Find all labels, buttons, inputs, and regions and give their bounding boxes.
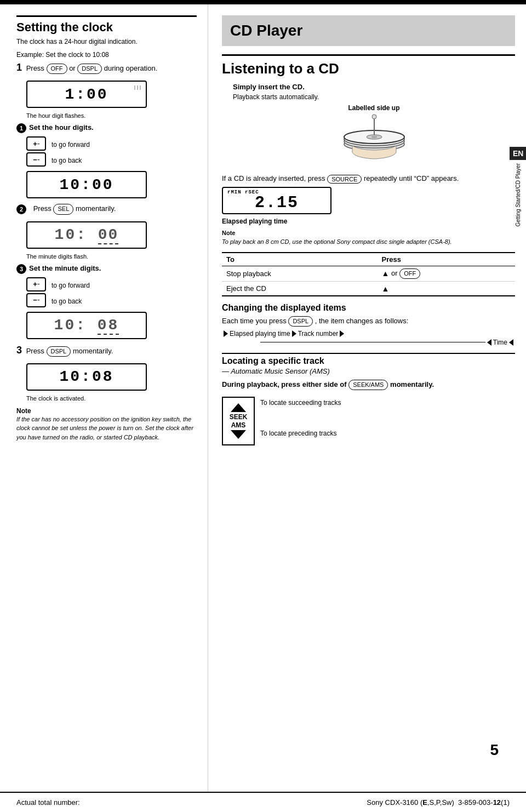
- dial-group-2: +··· to go forward −··· to go back: [26, 277, 197, 307]
- dial-group-1: +··· to go forward −··· to go back: [26, 136, 197, 167]
- minus-button-1[interactable]: −···: [26, 152, 46, 167]
- circle-step-3: 3: [16, 264, 26, 274]
- off-button-table[interactable]: OFF: [399, 268, 420, 279]
- plus-label-2: to go forward: [52, 282, 90, 289]
- dial-plus-1: +··· to go forward: [26, 136, 197, 151]
- lcd-right-value: 2.15: [255, 193, 299, 212]
- footer-bold-12: 12: [493, 798, 501, 807]
- insert-instruction: Simply insert the CD.: [233, 83, 515, 91]
- seek-up-icon: [231, 403, 246, 412]
- playback-instruction: During playback, press either side of SE…: [222, 380, 515, 390]
- step-3-number: 3: [16, 345, 22, 356]
- dial-plus-2: +··· to go forward: [26, 277, 197, 291]
- ams-subtitle: — Automatic Music Sensor (AMS): [222, 367, 515, 375]
- step-1: 1 Press OFF or DSPL during operation.: [16, 62, 197, 74]
- lcd-1-caption: The hour digit flashes.: [26, 112, 197, 119]
- step-3-text: Press DSPL momentarily.: [26, 347, 113, 355]
- step-2: 2 Press SEL momentarily.: [16, 204, 197, 214]
- already-inserted-text: If a CD is already inserted, press SOURC…: [222, 174, 515, 184]
- note-section-left: Note If the car has no accessory positio…: [16, 407, 197, 442]
- seek-ams-button[interactable]: SEEK/AMS: [348, 380, 388, 390]
- sel-button[interactable]: SEL: [53, 204, 73, 214]
- source-button[interactable]: SOURCE: [327, 175, 362, 184]
- table-cell-stop-press: ▲ or OFF: [377, 266, 515, 281]
- cd-player-header: CD Player: [222, 15, 515, 46]
- table-cell-eject-press: ▲: [377, 281, 515, 295]
- right-column: CD Player Listening to a CD Simply inser…: [208, 4, 526, 792]
- playback-text: Playback starts automatically.: [233, 93, 515, 101]
- dspl-button-changing[interactable]: DSPL: [288, 316, 313, 327]
- lcd-display-3: 10: 00: [26, 221, 147, 249]
- plus-button-1[interactable]: +···: [26, 136, 46, 151]
- en-label: EN: [510, 147, 526, 160]
- note-right-text: To play back an 8 cm CD, use the optiona…: [222, 238, 452, 245]
- flow-arrow-1: [224, 330, 228, 337]
- seek-up-area: [225, 402, 251, 413]
- lcd-display-4: 10: 08: [26, 312, 147, 339]
- flow-arrow-3: [340, 330, 344, 337]
- lcd-right-display: rMIN rSEC 2.15: [222, 187, 331, 214]
- seek-up-text: To locate succeeding tracks: [260, 396, 341, 407]
- step-1-text: Press OFF or DSPL during operation.: [26, 64, 158, 72]
- lcd-display-1: 1:00: [26, 81, 147, 108]
- seek-down-text: To locate preceding tracks: [260, 426, 341, 437]
- flow-return: Time: [260, 339, 515, 346]
- dial-minus-1: −··· to go back: [26, 152, 197, 167]
- flow-arrow-back: [487, 339, 491, 346]
- page-container: Setting the clock The clock has a 24-hou…: [0, 0, 526, 812]
- step-1-number: 1: [16, 62, 22, 73]
- cd-player-title: CD Player: [230, 22, 507, 39]
- svg-point-5: [371, 136, 377, 138]
- sub-step-3-label: Set the minute digits.: [29, 264, 101, 272]
- lcd-right-container: rMIN rSEC 2.15: [222, 187, 331, 214]
- cd-insert-area: Simply insert the CD. Playback starts au…: [233, 83, 515, 169]
- lcd-display-2: 10:00: [26, 171, 147, 198]
- note-right-title: Note: [222, 230, 235, 236]
- svg-point-7: [372, 115, 376, 119]
- flow-item-3: Time: [493, 339, 507, 346]
- example-text: Example: Set the clock to 10:08: [16, 51, 197, 59]
- table-header-press: Press: [377, 253, 515, 266]
- listening-title: Listening to a CD: [222, 54, 515, 77]
- table-header-to: To: [222, 253, 377, 266]
- off-button[interactable]: OFF: [47, 64, 67, 74]
- lcd-right-small-labels: rMIN rSEC: [227, 190, 259, 195]
- seek-down-area: [225, 429, 251, 440]
- dial-minus-2: −··· to go back: [26, 293, 197, 307]
- seek-down-icon: [231, 430, 246, 439]
- top-bar: [0, 0, 526, 4]
- changing-title: Changing the displayed items: [222, 303, 515, 313]
- seek-box: SEEKAMS: [222, 397, 255, 445]
- seek-ams-label: SEEKAMS: [230, 413, 248, 429]
- page-number: 5: [490, 741, 499, 759]
- table-row: Stop playback ▲ or OFF: [222, 266, 515, 281]
- dspl-button-3[interactable]: DSPL: [47, 346, 71, 357]
- note-right: Note To play back an 8 cm CD, use the op…: [222, 228, 515, 247]
- lcd-display-5: 10:08: [26, 363, 147, 391]
- seek-labels: To locate succeeding tracks To locate pr…: [260, 393, 341, 439]
- flow-item-1: Elapsed playing time: [230, 330, 290, 338]
- footer-left: Actual total number:: [16, 798, 80, 807]
- seek-row: SEEKAMS To locate succeeding tracks To l…: [222, 393, 515, 449]
- minus-button-2[interactable]: −···: [26, 293, 46, 307]
- lcd-5-display: 10:08: [59, 368, 113, 385]
- eject-icon-1: ▲: [381, 269, 389, 278]
- flow-return-line: [260, 342, 485, 342]
- lcd-1-display: 1:00: [65, 86, 108, 103]
- note-text-left: If the car has no accessory position on …: [16, 415, 197, 442]
- dspl-button-1[interactable]: DSPL: [77, 64, 102, 74]
- circle-step-1: 1: [16, 123, 26, 133]
- left-section-title: Setting the clock: [16, 15, 197, 35]
- sub-step-3-row: 3 Set the minute digits.: [16, 264, 197, 274]
- footer-bold-e: E: [422, 798, 427, 807]
- table-row: Eject the CD ▲: [222, 281, 515, 295]
- sub-step-1-row: 1 Set the hour digits.: [16, 123, 197, 133]
- step-3: 3 Press DSPL momentarily.: [16, 345, 197, 357]
- en-subtitle: Getting Started/CD Player: [511, 160, 525, 230]
- minus-label-1: to go back: [52, 157, 82, 164]
- lcd-3-caption: The minute digits flash.: [26, 253, 197, 260]
- step-2-text: Press SEL momentarily.: [33, 204, 116, 213]
- plus-button-2[interactable]: +···: [26, 277, 46, 291]
- table-cell-eject: Eject the CD: [222, 281, 377, 295]
- lcd-2-display: 10:00: [59, 176, 113, 193]
